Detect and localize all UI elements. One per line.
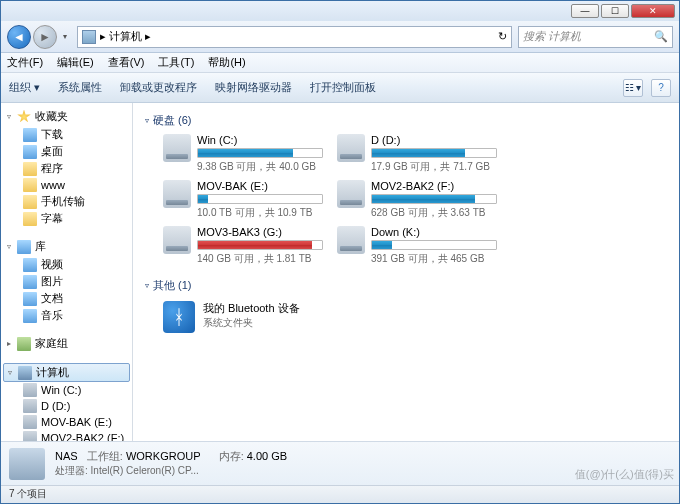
status-bar: 7 个项目 xyxy=(1,485,679,503)
body: ▿收藏夹 下载 桌面 程序 www 手机传输 字幕 ▿库 视频 图片 文档 音乐… xyxy=(1,103,679,441)
sidebar-item-music[interactable]: 音乐 xyxy=(1,307,132,324)
memory-label: 内存: xyxy=(219,450,244,462)
sidebar: ▿收藏夹 下载 桌面 程序 www 手机传输 字幕 ▿库 视频 图片 文档 音乐… xyxy=(1,103,133,441)
search-icon[interactable]: 🔍 xyxy=(654,30,668,43)
bluetooth-icon: ᚼ xyxy=(163,301,195,333)
close-button[interactable]: ✕ xyxy=(631,4,675,18)
drive-icon xyxy=(23,415,37,429)
computer-name: NAS xyxy=(55,450,78,462)
titlebar: — ☐ ✕ xyxy=(1,1,679,21)
forward-button[interactable]: ► xyxy=(33,25,57,49)
organize-button[interactable]: 组织 ▾ xyxy=(9,80,40,95)
homegroup-header[interactable]: ▸家庭组 xyxy=(1,334,132,353)
bluetooth-title: 我的 Bluetooth 设备 xyxy=(203,301,300,316)
minimize-button[interactable]: — xyxy=(571,4,599,18)
sidebar-item-documents[interactable]: 文档 xyxy=(1,290,132,307)
folder-icon xyxy=(23,258,37,272)
view-options-button[interactable]: ☷ ▾ xyxy=(623,79,643,97)
drive-icon xyxy=(23,431,37,441)
back-button[interactable]: ◄ xyxy=(7,25,31,49)
drive-name: MOV3-BAK3 (G:) xyxy=(197,226,323,238)
drive-name: MOV-BAK (E:) xyxy=(197,180,323,192)
folder-icon xyxy=(23,195,37,209)
drive-usage-text: 17.9 GB 可用，共 71.7 GB xyxy=(371,160,497,174)
sidebar-item-downloads[interactable]: 下载 xyxy=(1,126,132,143)
refresh-button[interactable]: ↻ xyxy=(498,30,507,43)
breadcrumb-location[interactable]: 计算机 xyxy=(109,29,142,44)
sidebar-item-drive-e[interactable]: MOV-BAK (E:) xyxy=(1,414,132,430)
drive-usage-bar xyxy=(371,240,497,250)
control-panel-button[interactable]: 打开控制面板 xyxy=(310,80,376,95)
computer-header[interactable]: ▿计算机 xyxy=(3,363,130,382)
drive-icon xyxy=(23,383,37,397)
sidebar-item-desktop[interactable]: 桌面 xyxy=(1,143,132,160)
drive-icon xyxy=(163,134,191,162)
history-dropdown[interactable]: ▾ xyxy=(59,32,71,41)
drive-icon xyxy=(337,180,365,208)
address-bar[interactable]: ▸ 计算机 ▸ ↻ xyxy=(77,26,512,48)
maximize-button[interactable]: ☐ xyxy=(601,4,629,18)
cpu-label: 处理器: xyxy=(55,465,88,476)
menu-help[interactable]: 帮助(H) xyxy=(208,55,245,70)
drive-icon xyxy=(163,180,191,208)
sidebar-item-phone[interactable]: 手机传输 xyxy=(1,193,132,210)
menu-tools[interactable]: 工具(T) xyxy=(158,55,194,70)
breadcrumb-sep: ▸ xyxy=(100,30,106,43)
favorites-header[interactable]: ▿收藏夹 xyxy=(1,107,132,126)
drive-icon xyxy=(337,134,365,162)
help-button[interactable]: ? xyxy=(651,79,671,97)
drive-usage-bar xyxy=(197,194,323,204)
homegroup-icon xyxy=(17,337,31,351)
computer-icon xyxy=(18,366,32,380)
drives-grid: Win (C:)9.38 GB 可用，共 40.0 GBD (D:)17.9 G… xyxy=(145,132,667,274)
uninstall-programs-button[interactable]: 卸载或更改程序 xyxy=(120,80,197,95)
sidebar-item-programs[interactable]: 程序 xyxy=(1,160,132,177)
drive-item[interactable]: D (D:)17.9 GB 可用，共 71.7 GB xyxy=(337,134,497,174)
breadcrumb-sep: ▸ xyxy=(145,30,151,43)
sidebar-item-www[interactable]: www xyxy=(1,177,132,193)
drive-item[interactable]: Down (K:)391 GB 可用，共 465 GB xyxy=(337,226,497,266)
menu-file[interactable]: 文件(F) xyxy=(7,55,43,70)
search-input[interactable]: 搜索 计算机 🔍 xyxy=(518,26,673,48)
sidebar-item-videos[interactable]: 视频 xyxy=(1,256,132,273)
section-drives-header[interactable]: ▿硬盘 (6) xyxy=(145,109,667,132)
system-properties-button[interactable]: 系统属性 xyxy=(58,80,102,95)
drive-usage-text: 628 GB 可用，共 3.63 TB xyxy=(371,206,497,220)
drive-item[interactable]: MOV-BAK (E:)10.0 TB 可用，共 10.9 TB xyxy=(163,180,323,220)
menubar: 文件(F) 编辑(E) 查看(V) 工具(T) 帮助(H) xyxy=(1,53,679,73)
drive-name: D (D:) xyxy=(371,134,497,146)
folder-icon xyxy=(23,275,37,289)
section-other-header[interactable]: ▿其他 (1) xyxy=(145,274,667,297)
sidebar-item-drive-d[interactable]: D (D:) xyxy=(1,398,132,414)
cpu-value: Intel(R) Celeron(R) CP... xyxy=(91,465,199,476)
explorer-window: — ☐ ✕ ◄ ► ▾ ▸ 计算机 ▸ ↻ 搜索 计算机 🔍 文件(F) 编辑(… xyxy=(0,0,680,504)
menu-view[interactable]: 查看(V) xyxy=(108,55,145,70)
drive-item[interactable]: MOV3-BAK3 (G:)140 GB 可用，共 1.81 TB xyxy=(163,226,323,266)
drive-item[interactable]: MOV2-BAK2 (F:)628 GB 可用，共 3.63 TB xyxy=(337,180,497,220)
drive-icon xyxy=(163,226,191,254)
workgroup-value: WORKGROUP xyxy=(126,450,200,462)
drive-name: Win (C:) xyxy=(197,134,323,146)
drive-usage-bar xyxy=(197,240,323,250)
nav-bar: ◄ ► ▾ ▸ 计算机 ▸ ↻ 搜索 计算机 🔍 xyxy=(1,21,679,53)
sidebar-item-drive-f[interactable]: MOV2-BAK2 (F:) xyxy=(1,430,132,441)
sidebar-item-drive-c[interactable]: Win (C:) xyxy=(1,382,132,398)
menu-edit[interactable]: 编辑(E) xyxy=(57,55,94,70)
drive-icon xyxy=(337,226,365,254)
star-icon xyxy=(17,110,31,124)
libraries-header[interactable]: ▿库 xyxy=(1,237,132,256)
workgroup-label: 工作组: xyxy=(87,450,123,462)
details-pane: NAS 工作组: WORKGROUP 内存: 4.00 GB 处理器: Inte… xyxy=(1,441,679,485)
drive-usage-bar xyxy=(197,148,323,158)
library-icon xyxy=(17,240,31,254)
bluetooth-item[interactable]: ᚼ 我的 Bluetooth 设备 系统文件夹 xyxy=(145,297,667,337)
folder-icon xyxy=(23,212,37,226)
drive-usage-bar xyxy=(371,194,497,204)
drive-usage-text: 9.38 GB 可用，共 40.0 GB xyxy=(197,160,323,174)
folder-icon xyxy=(23,162,37,176)
sidebar-item-pictures[interactable]: 图片 xyxy=(1,273,132,290)
drive-item[interactable]: Win (C:)9.38 GB 可用，共 40.0 GB xyxy=(163,134,323,174)
map-network-drive-button[interactable]: 映射网络驱动器 xyxy=(215,80,292,95)
sidebar-item-subtitle[interactable]: 字幕 xyxy=(1,210,132,227)
toolbar: 组织 ▾ 系统属性 卸载或更改程序 映射网络驱动器 打开控制面板 ☷ ▾ ? xyxy=(1,73,679,103)
